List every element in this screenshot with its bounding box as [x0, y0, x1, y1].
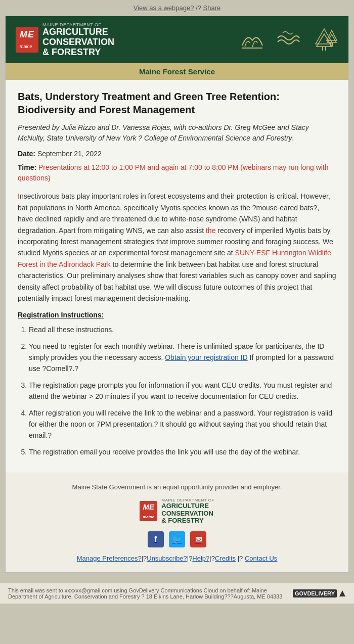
header: ME maine MAINE DEPARTMENT OF AGRICULTURE…	[6, 16, 348, 63]
help-link[interactable]: Help?	[192, 555, 209, 562]
header-icons	[240, 26, 338, 53]
bottom-bar-text: This email was sent to xxxxxx@gmail.com …	[8, 587, 293, 600]
manage-preferences-link[interactable]: Manage Preferences?	[77, 555, 142, 562]
list-item: Read all these instructions.	[29, 324, 336, 335]
time-value: Presentations at 12:00 to 1:00 PM and ag…	[18, 163, 329, 182]
twitter-icon: 🐦	[169, 531, 185, 547]
contact-us-link[interactable]: Contact Us	[245, 555, 277, 562]
view-webpage-link[interactable]: View as a webpage?	[134, 4, 194, 12]
footer-maine-badge: MEmaine	[140, 501, 157, 521]
registration-heading: Registration Instructions:	[18, 311, 336, 319]
maine-badge: ME maine	[16, 27, 38, 53]
time-line: Time: Presentations at 12:00 to 1:00 PM …	[18, 162, 336, 183]
bottom-bar: This email was sent to xxxxxx@gmail.com …	[0, 583, 354, 604]
email-link[interactable]: ✉	[190, 531, 206, 547]
header-logo: ME maine MAINE DEPARTMENT OF AGRICULTURE…	[16, 22, 114, 57]
footer-links: Manage Preferences?|?Unsubscribe?|?Help?…	[16, 555, 338, 562]
me-logo: ME	[20, 29, 34, 39]
agency-name: AGRICULTURE CONSERVATION & FORESTRY	[42, 27, 114, 57]
section-banner: Maine Forest Service	[6, 63, 348, 80]
svg-marker-9	[339, 590, 345, 596]
unsubscribe-link[interactable]: Unsubscribe?	[147, 555, 187, 562]
footer-agency: AGRICULTURE CONSERVATION & FORESTRY	[161, 502, 214, 524]
footer-logo: MEmaine MAINE DEPARTMENT OF AGRICULTURE …	[16, 498, 338, 524]
social-icons: f 🐦 ✉	[16, 531, 338, 547]
date-label: Date:	[18, 150, 35, 158]
date-value: September 21, 2022	[35, 150, 102, 158]
govdelivery-badge: GOVDELIVERY	[293, 589, 337, 597]
header-text: MAINE DEPARTMENT OF AGRICULTURE CONSERVA…	[42, 22, 114, 57]
waves-icon	[275, 28, 300, 52]
list-item: You need to register for each monthly we…	[29, 341, 336, 375]
time-label: Time:	[18, 163, 36, 171]
email-wrapper: ME maine MAINE DEPARTMENT OF AGRICULTURE…	[0, 16, 354, 583]
list-item: The registration page prompts you for in…	[29, 380, 336, 402]
registration-id-link[interactable]: Obtain your registration ID	[165, 353, 247, 361]
list-item: After registration you will receive the …	[29, 407, 336, 441]
maine-label: maine	[20, 44, 32, 49]
equal-opp-text: Maine State Government is an equal oppor…	[16, 483, 338, 491]
email-container: ME maine MAINE DEPARTMENT OF AGRICULTURE…	[5, 16, 349, 573]
body-highlight-i: I	[18, 192, 20, 200]
crops-icon	[240, 28, 265, 52]
presenters: Presented by Julia Rizzo and Dr. Vanessa…	[18, 122, 336, 144]
share-link[interactable]: Share	[203, 4, 221, 12]
footer-agency-text: MAINE DEPARTMENT OF AGRICULTURE CONSERVA…	[161, 498, 214, 524]
twitter-link[interactable]: 🐦	[169, 531, 185, 547]
list-item: The registration email you receive provi…	[29, 446, 336, 457]
facebook-link[interactable]: f	[148, 531, 164, 547]
govdelivery-icon	[339, 590, 346, 597]
article-title: Bats, Understory Treatment and Green Tre…	[18, 90, 336, 116]
govdelivery-brand: GOVDELIVERY	[293, 589, 346, 597]
email-icon: ✉	[190, 531, 206, 547]
content-area: Bats, Understory Treatment and Green Tre…	[6, 80, 348, 473]
facebook-icon: f	[148, 531, 164, 547]
registration-list: Read all these instructions. You need to…	[18, 324, 336, 457]
footer: Maine State Government is an equal oppor…	[6, 473, 348, 572]
trees-icon	[311, 26, 338, 53]
body-paragraph: Insectivorous bats play important roles …	[18, 191, 336, 304]
credits-link[interactable]: Credits	[215, 555, 236, 562]
topbar: View as a webpage? /? Share	[0, 0, 354, 16]
date-line: Date: September 21, 2022	[18, 149, 336, 159]
